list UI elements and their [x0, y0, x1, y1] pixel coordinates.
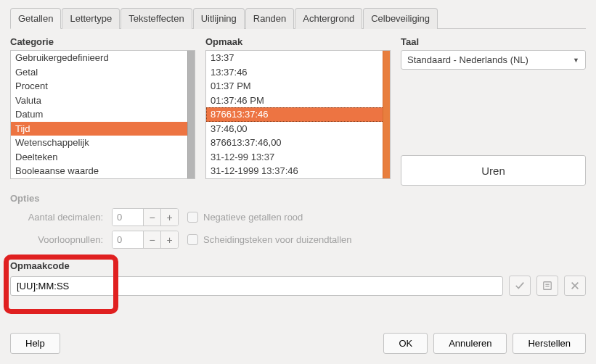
leadingzeros-stepper[interactable]: − + — [112, 231, 179, 249]
leadingzeros-plus[interactable]: + — [160, 231, 178, 248]
list-item[interactable]: Booleaanse waarde — [11, 164, 195, 178]
list-item[interactable]: 01:37:46 PM — [206, 94, 390, 108]
list-item[interactable]: 876613:37:46,00 — [206, 136, 390, 150]
tab-cellprotection[interactable]: Celbeveiliging — [363, 8, 438, 29]
check-icon — [515, 281, 525, 291]
list-item[interactable]: Datum — [11, 107, 195, 122]
label-decimals: Aantal decimalen: — [10, 212, 103, 223]
list-item[interactable]: Procent — [11, 79, 195, 94]
list-item[interactable]: Deelteken — [11, 150, 195, 165]
reset-button[interactable]: Herstellen — [513, 333, 586, 354]
list-item[interactable]: Getal — [11, 65, 195, 80]
list-item[interactable]: 876613:37:46 — [206, 107, 390, 122]
list-item[interactable]: 1999-12-31 13:37:46 — [206, 178, 390, 180]
list-item[interactable]: 31-12-1999 13:37:46 — [206, 164, 390, 178]
tab-numbers[interactable]: Getallen — [10, 8, 61, 29]
tab-texteffects[interactable]: Teksteffecten — [121, 8, 192, 29]
decimals-input[interactable] — [113, 209, 143, 226]
tab-bar: Getallen Lettertype Teksteffecten Uitlij… — [10, 7, 586, 29]
checkbox-icon — [187, 234, 198, 245]
ok-button[interactable]: OK — [383, 333, 428, 354]
tab-borders[interactable]: Randen — [245, 8, 295, 29]
label-category: Categorie — [10, 36, 195, 47]
list-item[interactable]: Gebruikergedefinieerd — [11, 51, 195, 65]
category-list[interactable]: Gebruikergedefinieerd Getal Procent Valu… — [10, 50, 195, 179]
tab-font[interactable]: Lettertype — [62, 8, 120, 29]
label-formatcode: Opmaakcode — [10, 260, 586, 271]
tab-alignment[interactable]: Uitlijning — [193, 8, 245, 29]
list-item[interactable]: 37:46,00 — [206, 122, 390, 136]
decimals-minus[interactable]: − — [143, 209, 160, 226]
leadingzeros-input[interactable] — [113, 231, 143, 248]
decimals-stepper[interactable]: − + — [112, 208, 179, 226]
label-format: Opmaak — [205, 36, 391, 47]
list-item[interactable]: Tekst — [11, 178, 195, 180]
note-icon — [542, 281, 552, 291]
language-select[interactable]: Standaard - Nederlands (NL) ▼ — [401, 50, 586, 70]
scrollbar[interactable] — [187, 51, 195, 178]
label-options: Opties — [10, 193, 586, 204]
list-item[interactable]: 01:37 PM — [206, 79, 390, 94]
list-item[interactable]: 13:37:46 — [206, 65, 390, 80]
label-leadingzeros: Voorloopnullen: — [10, 234, 103, 245]
list-item[interactable]: Wetenschappelijk — [11, 136, 195, 150]
decimals-plus[interactable]: + — [160, 209, 178, 226]
checkbox-icon — [187, 212, 198, 223]
list-item[interactable]: 13:37 — [206, 51, 390, 65]
close-icon — [570, 281, 580, 291]
chevron-down-icon: ▼ — [573, 57, 579, 64]
svg-rect-0 — [544, 282, 552, 290]
negative-red-label: Negatieve getallen rood — [203, 212, 303, 223]
thousandssep-checkbox[interactable]: Scheidingsteken voor duizendtallen — [187, 234, 352, 245]
preview-box: Uren — [401, 155, 586, 186]
leadingzeros-minus[interactable]: − — [143, 231, 160, 248]
formatcode-input[interactable] — [10, 276, 503, 296]
list-item[interactable]: Valuta — [11, 94, 195, 108]
edit-comment-button[interactable] — [536, 276, 558, 296]
thousandssep-label: Scheidingsteken voor duizendtallen — [203, 234, 352, 245]
format-list[interactable]: 13:37 13:37:46 01:37 PM 01:37:46 PM 8766… — [205, 50, 391, 179]
tab-background[interactable]: Achtergrond — [295, 8, 362, 29]
cancel-button[interactable]: Annuleren — [433, 333, 507, 354]
list-item[interactable]: 31-12-99 13:37 — [206, 150, 390, 165]
label-language: Taal — [401, 36, 586, 47]
list-item[interactable]: Tijd — [11, 122, 195, 136]
remove-button[interactable] — [564, 276, 586, 296]
scrollbar[interactable] — [383, 51, 390, 178]
preview-value: Uren — [481, 165, 505, 177]
apply-button[interactable] — [509, 276, 531, 296]
negative-red-checkbox[interactable]: Negatieve getallen rood — [187, 212, 303, 223]
language-selected: Standaard - Nederlands (NL) — [407, 54, 528, 65]
help-button[interactable]: Help — [10, 333, 60, 354]
